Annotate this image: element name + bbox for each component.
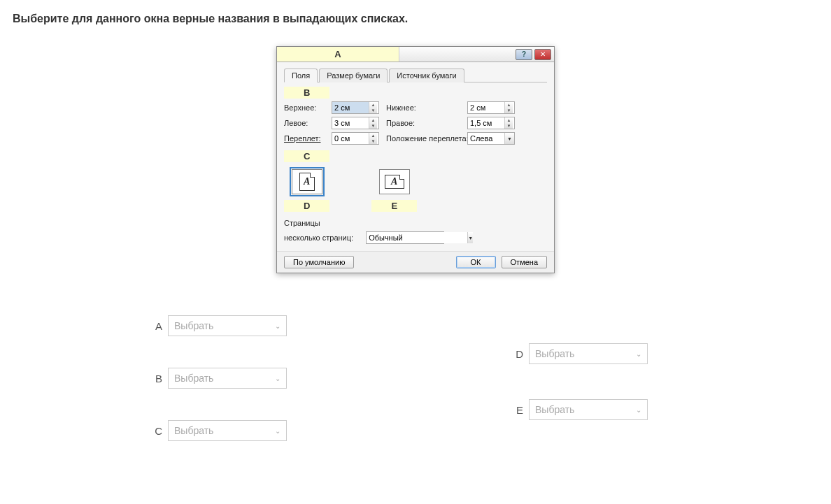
marker-B: B: [284, 87, 329, 99]
answer-letter-E: E: [513, 404, 523, 416]
answer-row-A: A Выбрать ⌄: [152, 315, 457, 336]
answer-letter-B: B: [152, 373, 162, 384]
landscape-box[interactable]: A: [379, 169, 410, 194]
input-bottom-value[interactable]: [468, 102, 504, 113]
answer-letter-D: D: [513, 348, 523, 360]
pages-section: Страницы несколько страниц: ▼: [284, 219, 547, 244]
pages-row: несколько страниц: ▼: [284, 231, 547, 244]
answer-select-E[interactable]: Выбрать ⌄: [529, 399, 648, 420]
titlebar-buttons: ? ✕: [516, 47, 554, 62]
answer-select-C[interactable]: Выбрать ⌄: [168, 420, 287, 441]
answers-grid: A Выбрать ⌄ B Выбрать ⌄ C Выбрать ⌄ D Вы…: [152, 308, 818, 441]
chevron-down-icon: ⌄: [275, 375, 280, 382]
input-left[interactable]: ▲▼: [332, 117, 379, 129]
answer-select-C-placeholder: Выбрать: [174, 425, 213, 436]
dialog-body: Поля Размер бумаги Источник бумаги B Вер…: [277, 62, 554, 251]
answer-letter-C: C: [152, 425, 162, 437]
label-right: Правое:: [386, 119, 463, 127]
chevron-down-icon: ⌄: [275, 427, 280, 435]
orientation-portrait[interactable]: A D: [284, 169, 329, 215]
label-left: Левое:: [284, 119, 327, 127]
instruction-text: Выберите для данного окна верные названи…: [13, 13, 818, 25]
spinner-arrows[interactable]: ▲▼: [504, 102, 513, 113]
close-button[interactable]: ✕: [534, 49, 551, 60]
help-button[interactable]: ?: [516, 49, 532, 60]
page-setup-dialog: A ? ✕ Поля Размер бумаги Источник бумаги…: [276, 46, 555, 273]
dialog-footer: По умолчанию ОК Отмена: [277, 251, 554, 273]
answer-select-E-placeholder: Выбрать: [535, 404, 574, 415]
ok-button[interactable]: ОК: [456, 256, 496, 268]
answer-select-D[interactable]: Выбрать ⌄: [529, 343, 648, 364]
titlebar-spacer: [399, 47, 516, 62]
input-gutter[interactable]: ▲▼: [332, 132, 379, 145]
chevron-down-icon: ⌄: [636, 406, 641, 414]
chevron-down-icon: ⌄: [275, 322, 280, 330]
spinner-arrows[interactable]: ▲▼: [369, 117, 377, 129]
dialog-screenshot: A ? ✕ Поля Размер бумаги Источник бумаги…: [13, 46, 818, 273]
chevron-down-icon[interactable]: ▼: [504, 133, 514, 144]
input-top-value[interactable]: [332, 102, 369, 113]
answer-row-D: D Выбрать ⌄: [513, 343, 818, 364]
answers-col-left: A Выбрать ⌄ B Выбрать ⌄ C Выбрать ⌄: [152, 308, 457, 441]
label-gutter-pos: Положение переплета:: [386, 134, 463, 143]
label-gutter: Переплет:: [284, 134, 327, 143]
combo-multi-pages[interactable]: ▼: [366, 231, 444, 244]
spinner-arrows[interactable]: ▲▼: [369, 133, 377, 144]
input-right[interactable]: ▲▼: [467, 117, 515, 129]
input-bottom[interactable]: ▲▼: [467, 101, 515, 114]
marker-D: D: [284, 200, 329, 212]
pages-section-label: Страницы: [284, 219, 547, 227]
orientation-row: A D A E: [284, 169, 547, 215]
label-top: Верхнее:: [284, 103, 327, 112]
tab-paper-source[interactable]: Источник бумаги: [389, 69, 464, 82]
input-top[interactable]: ▲▼: [332, 101, 379, 114]
tab-fields[interactable]: Поля: [284, 69, 318, 82]
default-button[interactable]: По умолчанию: [284, 256, 354, 268]
combo-multi-pages-value[interactable]: [367, 232, 467, 243]
margins-grid: Верхнее: ▲▼ Нижнее: ▲▼ Левое: ▲▼ Правое:: [284, 101, 547, 145]
marker-A: A: [277, 47, 399, 62]
answer-letter-A: A: [152, 320, 162, 332]
chevron-down-icon[interactable]: ▼: [467, 232, 473, 243]
combo-gutter-pos-value[interactable]: [468, 133, 504, 144]
label-bottom: Нижнее:: [386, 103, 463, 112]
answer-select-A[interactable]: Выбрать ⌄: [168, 315, 287, 336]
chevron-down-icon: ⌄: [636, 350, 641, 358]
marker-E: E: [371, 200, 417, 212]
answer-row-B: B Выбрать ⌄: [152, 368, 457, 389]
landscape-glyph-icon: A: [385, 175, 404, 189]
portrait-glyph-icon: A: [299, 173, 315, 191]
input-left-value[interactable]: [332, 117, 369, 129]
tab-paper-size[interactable]: Размер бумаги: [319, 69, 388, 82]
pages-multi-label: несколько страниц:: [284, 233, 353, 242]
spinner-arrows[interactable]: ▲▼: [369, 102, 377, 113]
answers-col-right: D Выбрать ⌄ E Выбрать ⌄: [513, 308, 818, 441]
answer-select-B[interactable]: Выбрать ⌄: [168, 368, 287, 389]
answer-select-A-placeholder: Выбрать: [174, 320, 213, 331]
answer-select-D-placeholder: Выбрать: [535, 348, 574, 359]
orientation-landscape[interactable]: A E: [371, 169, 417, 215]
cancel-button[interactable]: Отмена: [502, 256, 547, 268]
spinner-arrows[interactable]: ▲▼: [504, 117, 513, 129]
combo-gutter-pos[interactable]: ▼: [467, 132, 515, 145]
answer-row-E: E Выбрать ⌄: [513, 399, 818, 420]
answer-select-B-placeholder: Выбрать: [174, 373, 213, 384]
tabstrip: Поля Размер бумаги Источник бумаги: [284, 68, 547, 82]
input-right-value[interactable]: [468, 117, 504, 129]
marker-C: C: [284, 150, 329, 162]
answer-row-C: C Выбрать ⌄: [152, 420, 457, 441]
titlebar: A ? ✕: [277, 47, 554, 62]
portrait-box[interactable]: A: [292, 169, 322, 194]
input-gutter-value[interactable]: [332, 133, 369, 144]
